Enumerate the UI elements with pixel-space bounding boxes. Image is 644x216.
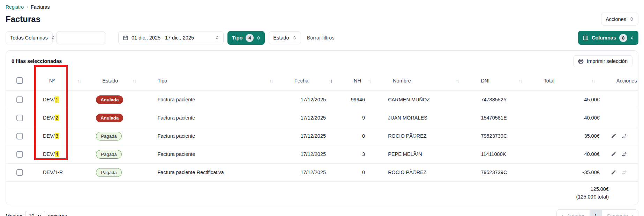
totals-amount: 125.00€ (6, 185, 609, 193)
column-header-nh[interactable]: NH↑↓ (338, 71, 377, 91)
row-checkbox[interactable] (16, 115, 23, 121)
sort-icon[interactable]: ↑↓ (77, 78, 81, 84)
highlight-mark: 2 (55, 115, 59, 121)
column-label: NH (354, 78, 361, 84)
edit-icon[interactable] (611, 133, 616, 139)
pagination-page-1[interactable]: 1 (590, 210, 602, 216)
column-header-total[interactable]: Total↑↓ (528, 71, 600, 91)
sort-icon[interactable]: ↑↓ (519, 78, 523, 84)
pagination-next-button[interactable]: Siguiente › (602, 210, 638, 216)
filter-columns-select-value: Todas Columnas (10, 35, 48, 41)
table-columns-icon (583, 35, 589, 41)
date-range-picker[interactable]: 01 dic., 2025 - 17 dic., 2025 (118, 31, 224, 44)
chevron-up-down-icon (293, 35, 297, 40)
column-label: Nombre (393, 78, 411, 84)
column-label: Nº (49, 78, 55, 84)
table-row: DEV/1 Anulada Factura paciente 17/12/202… (6, 91, 638, 109)
dni-cell: 11411080K (465, 145, 527, 163)
fecha-cell: 17/12/2025 (278, 145, 338, 163)
column-label: Estado (102, 78, 118, 84)
dni-cell: 79523739C (465, 127, 527, 145)
highlight-mark: 4 (55, 151, 59, 157)
breadcrumb-separator-icon: › (27, 5, 28, 9)
nombre-cell: CARMEN MUÑOZ (377, 91, 465, 109)
sort-icon[interactable]: ↑↓ (456, 78, 460, 84)
total-cell: 45.00€ (528, 91, 600, 109)
row-checkbox[interactable] (16, 169, 23, 176)
nh-cell: 99946 (338, 91, 377, 109)
select-all-checkbox[interactable] (16, 77, 23, 84)
chevron-up-down-icon (630, 16, 634, 22)
acciones-select-label: Acciones (606, 16, 626, 22)
clear-filters-link[interactable]: Borrar filtros (307, 35, 335, 41)
column-header-dni[interactable]: DNI↑↓ (465, 71, 527, 91)
tipo-filter-button[interactable]: Tipo 4 (227, 31, 265, 45)
table-row: DEV/3 Pagada Factura paciente 17/12/2025… (6, 127, 638, 145)
filter-columns-select[interactable]: Todas Columnas (6, 31, 53, 44)
nh-cell: 9 (338, 109, 377, 127)
columnas-button[interactable]: Columnas 8 (578, 31, 638, 45)
page-size-select[interactable]: 10 (25, 211, 45, 216)
row-checkbox[interactable] (16, 133, 23, 139)
breadcrumb-link-registro[interactable]: Registro (6, 4, 24, 10)
rectify-swap-icon[interactable] (621, 134, 627, 139)
column-header-nombre[interactable]: Nombre↑↓ (377, 71, 465, 91)
sort-icon[interactable]: ↑↓ (591, 78, 596, 84)
sort-icon[interactable]: ↑↓ (368, 78, 372, 84)
invoice-number-cell: DEV/2 (33, 109, 86, 127)
pagination-next-label: Siguiente (607, 213, 628, 216)
total-cell: 35.00€ (528, 127, 600, 145)
edit-icon[interactable] (611, 151, 616, 157)
columnas-count-badge: 8 (619, 34, 627, 42)
printer-icon (578, 58, 584, 64)
row-checkbox[interactable] (16, 151, 23, 158)
chevron-up-down-icon (630, 36, 634, 40)
column-header-tipo[interactable]: Tipo↑↓ (141, 71, 278, 91)
mostrar-label: Mostrar (6, 213, 23, 216)
tipo-cell: Factura paciente (141, 127, 278, 145)
rectify-swap-icon-disabled (621, 170, 627, 175)
table-row: DEV/2 Anulada Factura paciente 17/12/202… (6, 109, 638, 127)
sort-icon[interactable]: ↑↓ (132, 78, 136, 84)
invoices-card: 0 filas seleccionadas Imprimir selección… (6, 50, 638, 205)
totals-row: 125.00€ (125.00€ total) (6, 181, 638, 205)
column-header-acciones: Acciones (600, 71, 638, 91)
column-label: DNI (481, 78, 489, 84)
search-input[interactable] (57, 31, 105, 44)
print-selection-label: Imprimir selección (587, 58, 628, 64)
breadcrumb-current: Facturas (31, 4, 50, 10)
nombre-cell: PEPE MELÃ³N (377, 145, 465, 163)
sort-icon-active-desc[interactable]: ↑↓ (329, 78, 333, 84)
status-badge: Pagada (96, 168, 121, 177)
pagination-prev-label: Anterior (567, 213, 585, 216)
total-cell: -35.00€ (528, 163, 600, 181)
fecha-cell: 17/12/2025 (278, 91, 338, 109)
sort-icon[interactable]: ↑↓ (269, 78, 274, 84)
column-label: Tipo (157, 78, 167, 84)
column-header-estado[interactable]: Estado↑↓ (86, 71, 141, 91)
selection-count: 0 filas seleccionadas (12, 58, 62, 64)
invoice-number-cell: DEV/1-R (33, 163, 86, 181)
table-row: DEV/1-R Pagada Factura paciente Rectific… (6, 163, 638, 181)
column-header-fecha[interactable]: Fecha↑↓ (278, 71, 338, 91)
chevron-up-down-icon (51, 35, 55, 40)
columnas-button-label: Columnas (592, 35, 616, 41)
status-badge: Anulada (96, 114, 123, 122)
dni-cell: 15470581E (465, 109, 527, 127)
estado-filter-select[interactable]: Estado (269, 31, 301, 44)
status-badge: Anulada (96, 95, 123, 104)
row-checkbox[interactable] (16, 96, 23, 103)
rectify-swap-icon[interactable] (621, 152, 627, 157)
column-label: Fecha (294, 78, 308, 84)
highlight-mark: 3 (55, 133, 59, 139)
pagination-prev-button[interactable]: ‹ Anterior (557, 210, 590, 216)
tipo-cell: Factura paciente (141, 109, 278, 127)
total-cell: 40.00€ (528, 109, 600, 127)
column-label: Total (544, 78, 555, 84)
column-header-num[interactable]: Nº↑↓ (33, 71, 86, 91)
edit-icon[interactable] (611, 170, 616, 175)
column-label: Acciones (616, 78, 637, 84)
highlight-mark: 1 (55, 96, 59, 103)
print-selection-button[interactable]: Imprimir selección (573, 55, 632, 67)
acciones-select[interactable]: Acciones (601, 13, 638, 26)
